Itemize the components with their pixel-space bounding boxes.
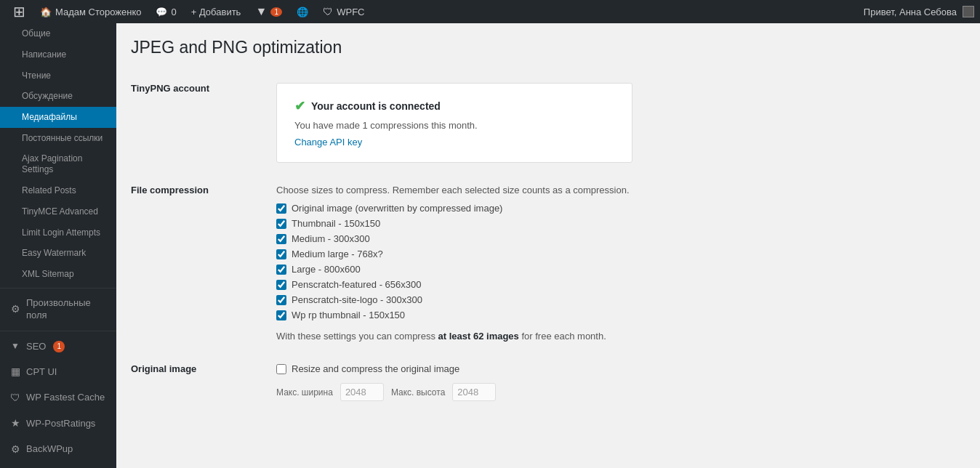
wp-postratings-label: WP-PostRatings — [26, 417, 95, 430]
wpfc-button[interactable]: 🛡 WPFC — [316, 0, 371, 23]
sidebar-item-easy-watermark[interactable]: Easy Watermark — [0, 243, 116, 264]
sidebar-item-permalinks[interactable]: Постоянные ссылки — [0, 128, 116, 149]
sidebar-item-custom-fields[interactable]: ⚙ Произвольные поля — [0, 291, 116, 328]
checkbox-penscratch-featured-label: Penscratch-featured - 656x300 — [292, 279, 422, 290]
original-image-row: Original image Resize and compress the o… — [131, 352, 965, 412]
summary-prefix: With these settings you can compress — [276, 331, 438, 342]
checkbox-thumbnail-input[interactable] — [276, 219, 286, 229]
summary-suffix: for free each month. — [519, 331, 606, 342]
sidebar-item-cpt-ui[interactable]: ▦ CPT UI — [0, 359, 116, 385]
sidebar-item-wp-postratings[interactable]: ★ WP-PostRatings — [0, 411, 116, 437]
tinypng-content: ✔ Your account is connected You have mad… — [276, 72, 965, 174]
comments-count: 0 — [171, 7, 176, 17]
custom-fields-label: Произвольные поля — [26, 297, 108, 322]
file-compression-content: Choose sizes to compress. Remember each … — [276, 174, 965, 352]
size-checkbox-list: Original image (overwritten by compresse… — [276, 203, 965, 320]
checkbox-medium-label: Medium - 300x300 — [292, 233, 370, 244]
wp-logo-button[interactable]: ⊞ — [6, 0, 33, 23]
checkbox-thumbnail[interactable]: Thumbnail - 150x150 — [276, 218, 965, 229]
checkbox-penscratch-featured-input[interactable] — [276, 280, 286, 290]
limit-login-label: Limit Login Attempts — [22, 227, 100, 239]
change-api-key-link[interactable]: Change API key — [294, 137, 362, 148]
original-image-content: Resize and compress the original image М… — [276, 352, 965, 412]
sidebar-item-general[interactable]: Общие — [0, 23, 116, 44]
add-new-label: + Добавить — [191, 7, 241, 17]
seo-button[interactable]: ▼ 1 — [248, 0, 289, 23]
account-connected: ✔ Your account is connected — [294, 98, 614, 114]
checkbox-large-input[interactable] — [276, 265, 286, 275]
resize-label: Resize and compress the original image — [292, 363, 459, 374]
comments-button[interactable]: 💬 0 — [148, 0, 183, 23]
account-box: ✔ Your account is connected You have mad… — [276, 83, 632, 163]
discussion-label: Обсуждение — [22, 90, 73, 102]
connected-text: Your account is connected — [311, 100, 441, 112]
checkbox-wp-rp-thumbnail[interactable]: Wp rp thumbnail - 150x150 — [276, 310, 965, 320]
compression-summary: With these settings you can compress at … — [276, 331, 965, 342]
sidebar-item-wp-fastest-cache[interactable]: 🛡 WP Fastest Cache — [0, 385, 116, 411]
checkbox-penscratch-logo-label: Penscratch-site-logo - 300x300 — [292, 294, 422, 305]
checkbox-penscratch-logo[interactable]: Penscratch-site-logo - 300x300 — [276, 294, 965, 305]
page-title: JPEG and PNG optimization — [131, 38, 965, 57]
sidebar-item-reading[interactable]: Чтение — [0, 65, 116, 86]
wp-fastest-cache-label: WP Fastest Cache — [26, 391, 105, 404]
compression-description: Choose sizes to compress. Remember each … — [276, 185, 965, 195]
sidebar-item-related-posts[interactable]: Related Posts — [0, 180, 116, 201]
resize-checkbox-label[interactable]: Resize and compress the original image — [276, 363, 965, 374]
checkbox-wp-rp-thumbnail-label: Wp rp thumbnail - 150x150 — [292, 310, 405, 320]
media-label: Медиафайлы — [22, 111, 77, 124]
resize-checkbox-input[interactable] — [276, 364, 286, 374]
checkbox-medium-input[interactable] — [276, 234, 286, 244]
site-name-label: Мадам Стороженко — [55, 7, 141, 17]
sidebar-item-discussion[interactable]: Обсуждение — [0, 86, 116, 107]
checkbox-wp-rp-thumbnail-input[interactable] — [276, 310, 286, 320]
height-input[interactable] — [452, 383, 496, 401]
checkbox-original[interactable]: Original image (overwritten by compresse… — [276, 203, 965, 214]
sidebar-item-media[interactable]: Медиафайлы — [0, 107, 116, 128]
file-compression-label: File compression — [131, 174, 276, 352]
sidebar-item-writing[interactable]: Написание — [0, 44, 116, 65]
sidebar-item-seo[interactable]: ▼ SEO 1 — [0, 334, 116, 359]
greeting-text: Привет, Анна Себова — [864, 7, 957, 17]
shield-icon: 🛡 — [9, 391, 22, 406]
star-icon: ★ — [9, 416, 22, 431]
tinypng-row: TinyPNG account ✔ Your account is connec… — [131, 72, 965, 174]
permalinks-label: Постоянные ссылки — [22, 132, 103, 145]
seo-menu-icon: ▼ — [9, 340, 22, 352]
checkbox-original-input[interactable] — [276, 203, 286, 214]
backwpup-label: BackWPup — [26, 443, 73, 456]
cpt-icon: ▦ — [9, 365, 22, 379]
comments-icon: 💬 — [156, 7, 167, 17]
summary-bold: at least 62 images — [438, 331, 519, 342]
site-name-button[interactable]: 🏠 Мадам Стороженко — [33, 0, 148, 23]
width-input[interactable] — [340, 383, 384, 401]
compression-desc-text: Choose sizes to compress. Remember each … — [276, 185, 630, 195]
dimension-row: Макс. ширина Макс. высота — [276, 383, 965, 401]
checkbox-large-label: Large - 800x600 — [292, 264, 361, 275]
checkbox-large[interactable]: Large - 800x600 — [276, 264, 965, 275]
seo-badge: 1 — [270, 7, 282, 17]
checkbox-medium-large[interactable]: Medium large - 768x? — [276, 249, 965, 259]
sidebar-item-ajax-pagination[interactable]: Ajax Pagination Settings — [0, 149, 116, 180]
seo-icon: ▼ — [255, 5, 267, 18]
file-compression-row: File compression Choose sizes to compres… — [131, 174, 965, 352]
sidebar-item-backwpup[interactable]: ⚙ BackWPup — [0, 437, 116, 463]
sidebar-item-limit-login[interactable]: Limit Login Attempts — [0, 222, 116, 243]
checkbox-penscratch-featured[interactable]: Penscratch-featured - 656x300 — [276, 279, 965, 290]
seo-menu-badge: 1 — [53, 341, 65, 352]
main-content: JPEG and PNG optimization TinyPNG accoun… — [116, 23, 980, 468]
checkbox-thumbnail-label: Thumbnail - 150x150 — [292, 218, 380, 229]
sidebar-item-tinymce[interactable]: TinyMCE Advanced — [0, 201, 116, 222]
add-new-button[interactable]: + Добавить — [184, 0, 249, 23]
tinypng-label: TinyPNG account — [131, 72, 276, 174]
cpt-ui-label: CPT UI — [26, 366, 57, 379]
sidebar-item-xml-sitemap[interactable]: XML Sitemap — [0, 264, 116, 285]
globe-button[interactable]: 🌐 — [289, 0, 316, 23]
xml-sitemap-label: XML Sitemap — [22, 268, 74, 281]
checkbox-penscratch-logo-input[interactable] — [276, 295, 286, 305]
tinymce-label: TinyMCE Advanced — [22, 206, 98, 218]
adminbar-right: Привет, Анна Себова — [864, 6, 974, 17]
admin-bar: ⊞ 🏠 Мадам Стороженко 💬 0 + Добавить ▼ 1 … — [0, 0, 980, 23]
checkbox-medium[interactable]: Medium - 300x300 — [276, 233, 965, 244]
writing-label: Написание — [22, 49, 66, 61]
checkbox-medium-large-input[interactable] — [276, 249, 286, 259]
